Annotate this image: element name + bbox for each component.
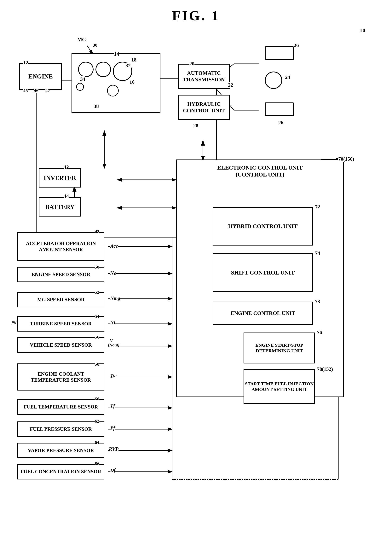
rvp-label: RVP xyxy=(109,446,118,452)
ref-26a: 26 xyxy=(294,43,299,48)
df-label: Df xyxy=(110,467,115,473)
pf-label: Pf xyxy=(110,425,115,431)
ref-10-label: 10 xyxy=(360,27,365,34)
ref-62: 62 xyxy=(95,418,99,424)
tf-label: Tf xyxy=(110,403,115,409)
acc-label: Acc xyxy=(110,243,118,249)
vehicle-speed-sensor-box: VEHICLE SPEED SENSOR xyxy=(17,337,104,353)
nmg-label: Nmg xyxy=(110,295,120,301)
start-time-fuel-box: START-TIME FUEL INJECTION AMOUNT SETTING… xyxy=(244,369,315,404)
shift-control-unit-box: SHIFT CONTROL UNIT xyxy=(213,253,313,292)
battery-box: BATTERY xyxy=(39,197,81,216)
ref-26b: 26 xyxy=(278,120,283,126)
mg-speed-sensor-box: MG SPEED SENSOR xyxy=(17,292,104,307)
mg-label: MG xyxy=(77,37,86,43)
nt-label: Nt xyxy=(12,320,17,325)
ref-70: 70(150) xyxy=(338,156,354,162)
ref-14: 14 xyxy=(114,51,119,57)
ref-44: 44 xyxy=(64,193,69,199)
ref-32: 32 xyxy=(126,63,131,69)
ref-74: 74 xyxy=(315,250,320,256)
v-label: V xyxy=(110,338,113,343)
ref-56: 56 xyxy=(95,334,99,340)
ref-52: 52 xyxy=(95,290,99,295)
ref-76: 76 xyxy=(317,330,322,335)
ref-34: 34 xyxy=(80,76,85,82)
ref-20: 20 xyxy=(189,61,194,67)
nt-label2: Nt xyxy=(110,320,115,325)
engine-start-stop-box: ENGINE START/STOP DETERMINING UNIT xyxy=(244,332,315,363)
ref-48: 48 xyxy=(95,229,99,234)
ref-46: 46 xyxy=(34,88,38,93)
nout-label: (Nout) xyxy=(108,343,119,348)
hydraulic-control-unit-box: HYDRAULIC CONTROL UNIT xyxy=(178,95,230,120)
fuel-temperature-sensor-box: FUEL TEMPERATURE SENSOR xyxy=(17,399,104,415)
ref-47: 47 xyxy=(46,88,50,93)
ref-60: 60 xyxy=(95,396,99,402)
ref-66: 66 xyxy=(95,461,99,466)
ref-73: 73 xyxy=(315,299,320,304)
ref-24: 24 xyxy=(285,74,290,80)
ref-78: 78(152) xyxy=(317,366,333,372)
tw-label: Tw xyxy=(110,373,116,379)
vapor-pressure-sensor-box: VAPOR PRESSURE SENSOR xyxy=(17,443,104,458)
engine-control-unit-box: ENGINE CONTROL UNIT xyxy=(213,301,313,325)
fuel-pressure-sensor-box: FUEL PRESSURE SENSOR xyxy=(17,421,104,437)
inverter-box: INVERTER xyxy=(39,168,81,187)
ref-45: 45 xyxy=(23,88,28,93)
engine-speed-sensor-box: ENGINE SPEED SENSOR xyxy=(17,267,104,282)
ref-28: 28 xyxy=(193,123,198,129)
ecu-label-line2: (CONTROL UNIT) xyxy=(236,171,284,178)
ref-72: 72 xyxy=(315,204,320,210)
ref-12: 12 xyxy=(23,60,28,66)
turbine-speed-sensor-box: TURBINE SPEED SENSOR xyxy=(17,316,104,332)
ref-38: 38 xyxy=(94,103,99,109)
ref-42: 42 xyxy=(64,164,69,170)
accelerator-sensor-box: ACCELERATOR OPERATION AMOUNT SENSOR xyxy=(17,232,104,261)
ref-16: 16 xyxy=(130,79,135,85)
ref-30: 30 xyxy=(93,43,97,48)
svg-line-9 xyxy=(87,46,93,54)
ref-58: 58 xyxy=(95,362,99,367)
ref-50: 50 xyxy=(95,264,99,270)
engine-coolant-sensor-box: ENGINE COOLANT TEMPERATURE SENSOR xyxy=(17,363,104,391)
ref-64: 64 xyxy=(95,440,99,445)
automatic-transmission-box: AUTOMATIC TRANSMISSION xyxy=(178,64,230,89)
ne-label: Ne xyxy=(110,270,116,276)
figure-title: FIG. 1 xyxy=(0,0,392,24)
fuel-concentration-sensor-box: FUEL CONCENTRATION SENSOR xyxy=(17,464,104,479)
ref-18: 18 xyxy=(131,57,137,63)
engine-box: ENGINE xyxy=(19,63,62,90)
ecu-label-line1: ELECTRONIC CONTROL UNIT xyxy=(217,164,303,171)
hybrid-control-unit-box: HYBRID CONTROL UNIT xyxy=(213,207,313,246)
ref-22: 22 xyxy=(228,82,233,88)
ref-54: 54 xyxy=(95,314,99,319)
